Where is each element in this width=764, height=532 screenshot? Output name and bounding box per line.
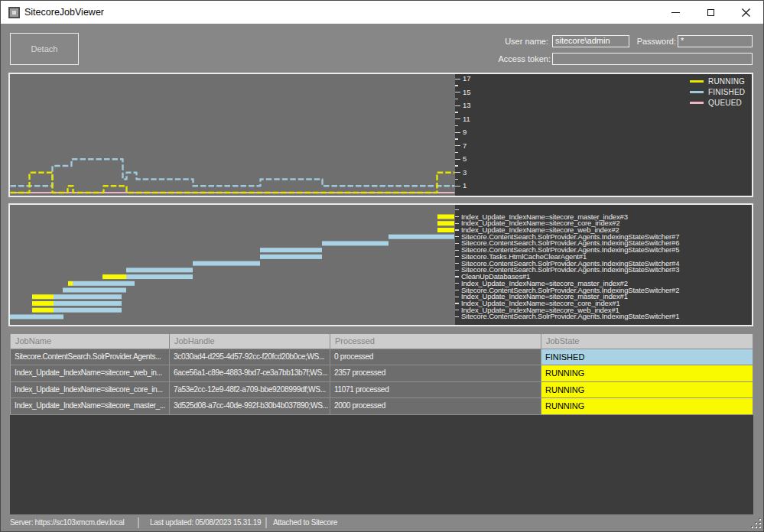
table-cell-processed[interactable]: 11071 processed: [330, 382, 541, 399]
gantt-bar-finished: [54, 294, 122, 299]
gantt-bar-finished: [260, 248, 322, 252]
gantt-row-label: Sitecore.ContentSearch.SolrProvider.Agen…: [461, 313, 679, 320]
gantt-axis-tick: [455, 276, 459, 277]
gantt-axis-tick: [455, 290, 459, 290]
table-cell-job-handle[interactable]: 3d525d08-a7cc-40de-992f-b30b4b037890;WS.…: [170, 398, 330, 415]
status-divider-2: [265, 517, 267, 528]
gantt-bar-finished: [63, 288, 126, 293]
chart-y-axis: RUNNINGFINISHEDQUEUED 1357911131517: [455, 74, 752, 196]
y-axis-tick: [455, 118, 460, 119]
y-axis-tick: [455, 132, 460, 133]
y-axis-label: 5: [463, 155, 467, 163]
gantt-axis-tick: [455, 316, 459, 317]
y-axis-tick: [455, 112, 458, 112]
table-header-jobstate[interactable]: JobState: [541, 334, 753, 349]
gantt-labels-area: Index_Update_IndexName=sitecore_master_i…: [455, 205, 752, 325]
jobs-table: JobNameJobHandleProcessedJobStateSitecor…: [10, 334, 753, 415]
table-cell-job-name[interactable]: Sitecore.ContentSearch.SolrProvider.Agen…: [10, 349, 170, 366]
gantt-bar-running: [102, 274, 126, 279]
grip-dot: [759, 523, 761, 524]
grip-dot: [756, 527, 757, 528]
table-cell-job-state[interactable]: RUNNING: [541, 382, 753, 399]
table-cell-job-handle[interactable]: 7a53e2cc-12e9-48f2-a709-bbe9208999df;WS.…: [170, 382, 330, 399]
table-row[interactable]: Index_Update_IndexName=sitecore_master_.…: [10, 398, 753, 415]
gantt-bar-running: [32, 294, 54, 299]
grip-dot: [752, 527, 753, 528]
table-row[interactable]: Sitecore.ContentSearch.SolrProvider.Agen…: [10, 349, 753, 366]
gantt-bar-finished: [260, 255, 322, 259]
table-cell-job-state[interactable]: RUNNING: [541, 398, 753, 415]
series-running: [11, 173, 455, 193]
window-title: SitecoreJobViewer: [24, 7, 104, 18]
table-cell-job-handle[interactable]: 3c030ad4-d295-4d57-92cc-f20fcd20b0ce;WS.…: [170, 349, 330, 366]
status-bar: Server: https://sc103xmcm.dev.local Last…: [0, 514, 764, 532]
grip-dot: [759, 527, 761, 528]
throughput-chart-panel: RUNNINGFINISHEDQUEUED 1357911131517: [8, 73, 753, 197]
app-window: SitecoreJobViewer Detach User name: site…: [0, 0, 764, 532]
table-cell-job-name[interactable]: Index_Update_IndexName=sitecore_core_in.…: [10, 382, 170, 399]
y-axis-label: 11: [463, 115, 470, 123]
table-cell-processed[interactable]: 0 processed: [330, 349, 541, 366]
y-axis-tick: [455, 85, 458, 86]
app-icon: [8, 7, 20, 18]
gantt-axis-tick: [455, 250, 459, 251]
minimize-button[interactable]: [658, 1, 693, 24]
y-axis-tick: [455, 159, 460, 160]
gantt-axis-tick: [455, 263, 459, 264]
legend-item: QUEUED: [690, 97, 745, 108]
gantt-bar-running: [68, 281, 73, 286]
title-bar: SitecoreJobViewer: [1, 1, 763, 24]
y-axis-tick: [455, 92, 460, 92]
y-axis-tick: [455, 145, 460, 146]
access-token-input[interactable]: [552, 53, 753, 65]
access-token-label: Access token:: [459, 54, 551, 63]
password-input[interactable]: *: [678, 35, 753, 47]
status-last-updated: Last updated: 05/08/2023 15.31.19: [150, 518, 261, 527]
y-axis-tick: [455, 138, 458, 139]
table-cell-job-state[interactable]: FINISHED: [541, 349, 753, 366]
table-row[interactable]: Index_Update_IndexName=sitecore_web_in..…: [10, 365, 753, 382]
table-header-processed[interactable]: Processed: [330, 334, 541, 349]
legend-item: RUNNING: [690, 76, 745, 86]
table-cell-job-state[interactable]: RUNNING: [541, 365, 753, 382]
gantt-bar-finished: [73, 281, 135, 286]
table-header-jobhandle[interactable]: JobHandle: [170, 334, 330, 349]
gantt-bar-finished: [389, 235, 454, 239]
y-axis-label: 3: [463, 169, 467, 177]
gantt-bar-running: [437, 228, 454, 232]
gantt-axis-tick: [455, 229, 459, 230]
table-cell-job-name[interactable]: Index_Update_IndexName=sitecore_web_in..…: [10, 365, 170, 382]
y-axis-tick: [455, 125, 458, 126]
table-cell-job-name[interactable]: Index_Update_IndexName=sitecore_master_.…: [10, 398, 170, 415]
y-axis-tick: [455, 172, 460, 173]
minimize-icon: [671, 12, 680, 13]
gantt-bar-finished: [126, 268, 193, 272]
throughput-chart-svg: [10, 74, 455, 196]
y-axis-tick: [455, 152, 458, 153]
gantt-bar-finished: [126, 274, 193, 279]
password-label: Password:: [589, 37, 676, 46]
table-row[interactable]: Index_Update_IndexName=sitecore_core_in.…: [10, 382, 753, 399]
gantt-bar-running: [32, 308, 54, 313]
table-cell-processed[interactable]: 2357 processed: [330, 365, 541, 382]
table-header-jobname[interactable]: JobName: [10, 334, 170, 349]
table-cell-job-handle[interactable]: 6ace56a1-c89e-4883-9bd7-ce3a7bb13b7f;WS.…: [170, 365, 330, 382]
table-cell-processed[interactable]: 2000 processed: [330, 398, 541, 415]
y-axis-label: 13: [463, 102, 471, 109]
close-button[interactable]: [728, 1, 763, 24]
gantt-axis-tick: [455, 223, 459, 224]
maximize-icon: [707, 9, 714, 16]
y-axis-tick: [455, 99, 458, 99]
gantt-chart-svg: [10, 205, 455, 325]
legend-swatch: [690, 91, 704, 93]
close-icon: [742, 8, 750, 17]
y-axis-label: 7: [463, 142, 467, 150]
y-axis-label: 15: [463, 89, 471, 96]
detach-button[interactable]: Detach: [10, 33, 79, 65]
legend-item: FINISHED: [690, 86, 745, 97]
legend-swatch: [690, 102, 704, 104]
y-axis-tick: [455, 105, 460, 106]
maximize-button[interactable]: [693, 1, 728, 24]
y-axis-tick: [455, 186, 460, 187]
y-axis-label: 1: [463, 182, 467, 190]
